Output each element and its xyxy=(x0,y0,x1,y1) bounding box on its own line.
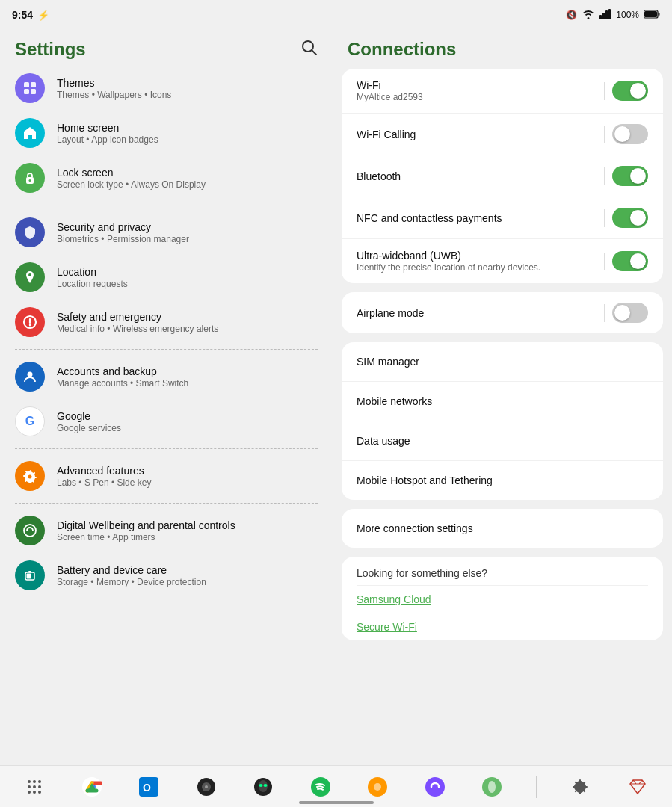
spotify-icon[interactable] xyxy=(307,773,334,800)
uwb-item[interactable]: Ultra-wideband (UWB) Identify the precis… xyxy=(342,239,663,283)
settings-title: Settings xyxy=(15,39,86,60)
nfc-item[interactable]: NFC and contactless payments xyxy=(342,197,663,239)
svg-point-27 xyxy=(38,785,41,788)
battery-icon xyxy=(15,560,45,590)
location-subtitle: Location requests xyxy=(57,279,128,289)
sidebar-item-lock-screen[interactable]: Lock screen Screen lock type • Always On… xyxy=(0,155,333,200)
status-bar: 9:54 ⚡ 🔇 100% xyxy=(0,0,672,30)
outlook-icon[interactable]: O xyxy=(135,773,162,800)
wifi-item[interactable]: Wi-Fi MyAltice ad2593 xyxy=(342,69,663,114)
looking-title: Looking for something else? xyxy=(357,567,648,579)
sidebar-item-security[interactable]: Security and privacy Biometrics • Permis… xyxy=(0,210,333,255)
svg-rect-21 xyxy=(28,571,31,573)
status-left: 9:54 ⚡ xyxy=(12,9,49,21)
security-icon xyxy=(15,217,45,247)
airplane-mode-item[interactable]: Airplane mode xyxy=(342,292,663,333)
right-panel: Connections Wi-Fi MyAltice ad2593 xyxy=(333,30,672,765)
svg-rect-1 xyxy=(602,13,605,19)
settings-nav-icon[interactable] xyxy=(567,773,594,800)
digital-wellbeing-subtitle: Screen time • App timers xyxy=(57,532,235,542)
wifi-icon xyxy=(582,9,595,22)
data-usage-item[interactable]: Data usage xyxy=(342,421,663,461)
themes-icon xyxy=(15,73,45,103)
svg-rect-0 xyxy=(599,15,602,19)
sim-manager-item[interactable]: SIM manager xyxy=(342,342,663,382)
security-text: Security and privacy Biometrics • Permis… xyxy=(57,221,189,244)
lock-screen-text: Lock screen Screen lock type • Always On… xyxy=(57,167,206,190)
orange-app-icon[interactable] xyxy=(364,773,391,800)
main-layout: Settings Themes Themes • Wallpapers • Ic… xyxy=(0,30,672,765)
purple-app-icon[interactable] xyxy=(422,773,448,800)
svg-point-30 xyxy=(38,791,41,794)
accounts-text: Accounts and backup Manage accounts • Sm… xyxy=(57,365,188,389)
svg-point-14 xyxy=(29,179,31,182)
airplane-toggle[interactable] xyxy=(612,303,648,323)
bluetooth-item[interactable]: Bluetooth xyxy=(342,155,663,197)
more-connection-title: More connection settings xyxy=(357,522,473,534)
more-connection-item[interactable]: More connection settings xyxy=(342,509,663,548)
themes-title: Themes xyxy=(57,77,171,89)
nfc-toggle[interactable] xyxy=(612,208,648,228)
location-icon xyxy=(15,262,45,292)
circle-icon[interactable] xyxy=(193,773,220,800)
lock-screen-subtitle: Screen lock type • Always On Display xyxy=(57,179,206,190)
mobile-hotspot-item[interactable]: Mobile Hotspot and Tethering xyxy=(342,461,663,500)
left-header: Settings xyxy=(0,30,333,66)
divider-2 xyxy=(15,349,318,350)
svg-rect-5 xyxy=(644,11,657,17)
sidebar-item-battery[interactable]: Battery and device care Storage • Memory… xyxy=(0,553,333,598)
bluetooth-toggle[interactable] xyxy=(612,166,648,186)
sidebar-item-digital-wellbeing[interactable]: Digital Wellbeing and parental controls … xyxy=(0,508,333,553)
security-title: Security and privacy xyxy=(57,221,189,233)
looking-card: Looking for something else? Samsung Clou… xyxy=(342,557,663,640)
bottom-handle xyxy=(299,801,374,804)
svg-point-37 xyxy=(205,785,208,788)
sidebar-item-advanced[interactable]: Advanced features Labs • S Pen • Side ke… xyxy=(0,454,333,498)
svg-point-16 xyxy=(28,372,33,377)
svg-point-22 xyxy=(28,780,31,783)
svg-rect-10 xyxy=(31,82,36,87)
search-icon[interactable] xyxy=(301,40,318,60)
wifi-calling-toggle[interactable] xyxy=(612,124,648,144)
secure-wifi-link[interactable]: Secure Wi-Fi xyxy=(357,613,648,640)
sidebar-item-themes[interactable]: Themes Themes • Wallpapers • Icons xyxy=(0,66,333,111)
home-screen-icon xyxy=(15,118,45,148)
samsung-cloud-link[interactable]: Samsung Cloud xyxy=(357,585,648,613)
themes-text: Themes Themes • Wallpapers • Icons xyxy=(57,77,171,100)
uwb-toggle[interactable] xyxy=(612,251,648,271)
svg-point-45 xyxy=(425,777,445,797)
google-title: Google xyxy=(57,410,121,422)
svg-rect-9 xyxy=(24,82,29,87)
mobile-networks-item[interactable]: Mobile networks xyxy=(342,382,663,421)
sidebar-item-safety[interactable]: Safety and emergency Medical info • Wire… xyxy=(0,300,333,344)
chrome-icon[interactable] xyxy=(78,773,105,800)
wifi-calling-title: Wi-Fi Calling xyxy=(357,129,416,140)
mute-icon: 🔇 xyxy=(566,10,577,20)
wifi-calling-item[interactable]: Wi-Fi Calling xyxy=(342,114,663,155)
google-icon: G xyxy=(15,406,45,436)
wifi-toggle[interactable] xyxy=(612,81,648,101)
bottom-nav: O xyxy=(0,765,672,807)
gem-icon[interactable] xyxy=(624,773,651,800)
sidebar-item-google[interactable]: G Google Google services xyxy=(0,399,333,444)
network-settings-card: SIM manager Mobile networks Data usage M… xyxy=(342,342,663,500)
apps-grid-button[interactable] xyxy=(21,773,48,800)
battery-subtitle: Storage • Memory • Device protection xyxy=(57,577,206,587)
sidebar-item-accounts[interactable]: Accounts and backup Manage accounts • Sm… xyxy=(0,354,333,399)
data-usage-title: Data usage xyxy=(357,435,410,447)
google-text: Google Google services xyxy=(57,410,121,433)
accounts-title: Accounts and backup xyxy=(57,365,188,377)
green-app-icon[interactable] xyxy=(478,773,505,800)
svg-rect-6 xyxy=(659,13,660,16)
home-screen-title: Home screen xyxy=(57,122,158,134)
advanced-title: Advanced features xyxy=(57,465,151,477)
svg-point-29 xyxy=(33,791,36,794)
safety-icon xyxy=(15,307,45,337)
location-title: Location xyxy=(57,266,128,278)
alien-icon[interactable] xyxy=(250,773,277,800)
sidebar-item-home-screen[interactable]: Home screen Layout • App icon badges xyxy=(0,111,333,155)
home-screen-subtitle: Layout • App icon badges xyxy=(57,134,158,145)
svg-rect-11 xyxy=(24,89,29,94)
sidebar-item-location[interactable]: Location Location requests xyxy=(0,255,333,300)
svg-point-25 xyxy=(28,785,31,788)
